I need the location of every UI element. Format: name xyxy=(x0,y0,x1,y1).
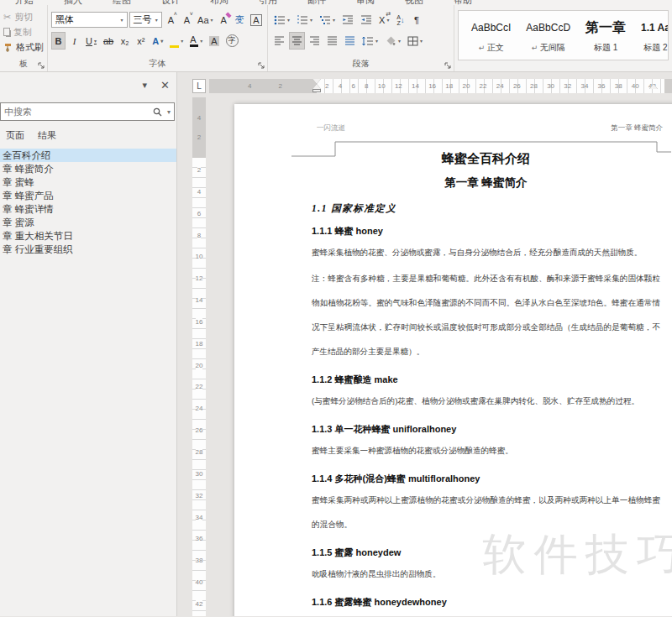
doc-block: 1.1 国家标准定义 xyxy=(312,202,660,215)
doc-block: 1.1.3 单一花种蜂蜜 unifloralhoney xyxy=(312,421,660,437)
ruler-number: 32 xyxy=(564,82,571,90)
ruler-number: 28 xyxy=(196,448,203,456)
ruler-number: 22 xyxy=(480,82,487,90)
document-title: 蜂蜜全百科介绍 xyxy=(312,151,660,167)
nav-outline-item[interactable]: 章 蜂蜜详情 xyxy=(0,202,176,216)
borders-button[interactable] xyxy=(405,32,425,50)
numbered-list-button[interactable] xyxy=(294,11,315,29)
distribute-text-button[interactable] xyxy=(342,32,358,50)
right-indent-marker[interactable] xyxy=(649,84,658,89)
ruler-number: 8 xyxy=(365,82,368,90)
nav-outline-item[interactable]: 章 重大相关节日 xyxy=(0,229,176,243)
vertical-ruler: 42 2468101214161820222426283032343638404… xyxy=(192,97,206,616)
ruler-number: 40 xyxy=(632,82,639,90)
doc-block: 蜜蜂采集植物的花蜜、分泌物或蜜露，与自身分泌物结合后，经充分酿造而成的天然甜物质… xyxy=(312,240,660,264)
shrink-font-button[interactable]: A˅ xyxy=(180,11,194,29)
copy-button[interactable]: 复制 xyxy=(3,24,44,39)
superscript-button[interactable]: x² xyxy=(134,32,148,50)
align-center-button[interactable] xyxy=(289,32,305,50)
left-indent-marker[interactable] xyxy=(312,89,321,92)
nav-outline-item[interactable]: 章 蜂蜜产品 xyxy=(0,189,176,202)
increase-indent-button[interactable] xyxy=(358,11,375,29)
clipboard-dialog-launcher[interactable] xyxy=(38,62,45,69)
paint-bucket-icon xyxy=(385,36,396,46)
nav-outline-item[interactable]: 章 行业重要组织 xyxy=(0,243,176,256)
ruler-number: 8 xyxy=(197,232,201,239)
shading-button[interactable] xyxy=(382,32,403,50)
paragraph-group: X⇄ AZ↓ ¶ 段落 xyxy=(268,5,454,71)
pane-options-chevron-icon[interactable]: ▾ xyxy=(143,80,148,91)
decrease-indent-button[interactable] xyxy=(339,11,356,29)
ruler-number: 32 xyxy=(196,492,203,499)
paragraph-dialog-launcher[interactable] xyxy=(444,62,451,69)
font-group-label: 字体 xyxy=(48,58,267,70)
nav-outline-item[interactable]: 章 蜂蜜简介 xyxy=(0,162,176,175)
search-icon[interactable] xyxy=(153,107,162,117)
ruler-number: 24 xyxy=(196,405,203,412)
ruler-number: 28 xyxy=(530,82,538,90)
search-input[interactable]: 中搜索 ▾ xyxy=(0,102,175,121)
show-formatting-marks-button[interactable]: ¶ xyxy=(409,11,423,29)
increase-indent-icon xyxy=(360,15,372,25)
subscript-button[interactable]: x₂ xyxy=(118,32,132,50)
font-size-combobox[interactable]: 三号▾ xyxy=(129,12,162,28)
character-shading-button[interactable]: A xyxy=(207,32,221,50)
cut-button[interactable]: ✂ 剪切 xyxy=(3,9,44,24)
highlight-color-button[interactable] xyxy=(167,32,186,50)
document-region: L 42 24681012141618202224262830323436384… xyxy=(177,72,672,616)
sort-button[interactable]: AZ↓ xyxy=(393,11,407,29)
ruler-number: 2 xyxy=(278,82,281,90)
justify-icon xyxy=(327,36,338,45)
ruler-number: 20 xyxy=(462,82,470,90)
page-header-left: 一闪流逝 xyxy=(317,123,345,133)
align-right-button[interactable] xyxy=(307,32,323,50)
multilevel-list-button[interactable] xyxy=(317,11,338,29)
line-spacing-button[interactable] xyxy=(360,32,381,50)
clear-formatting-button[interactable]: A xyxy=(217,11,231,29)
styles-group: AaBbCcI 正文 AaBbCcD 无间隔 第一章 标题 1 1.1 Aa 标… xyxy=(454,5,672,71)
italic-button[interactable]: I xyxy=(67,32,81,50)
tab-stop-selector[interactable]: L xyxy=(192,79,206,93)
strikethrough-button[interactable]: ab xyxy=(101,32,116,50)
font-family-combobox[interactable]: 黑体▾ xyxy=(51,12,128,28)
enclose-characters-button[interactable]: 字 xyxy=(223,32,241,50)
grow-font-button[interactable]: A˄ xyxy=(164,11,178,29)
bold-button[interactable]: B xyxy=(51,32,66,50)
bullet-list-button[interactable] xyxy=(271,11,292,29)
ruler-number: 34 xyxy=(196,514,203,521)
chapter-heading: 第一章 蜂蜜简介 xyxy=(312,175,660,191)
style-card[interactable]: AaBbCcI 正文 xyxy=(465,14,517,56)
style-card[interactable]: 1.1 Aa 标题 2 xyxy=(635,14,669,56)
close-icon[interactable]: ✕ xyxy=(160,79,170,92)
ruler-number: 2 xyxy=(197,133,201,141)
font-dialog-launcher[interactable] xyxy=(258,62,265,69)
font-color-button[interactable]: A xyxy=(187,32,205,50)
change-case-button[interactable]: Aa xyxy=(196,11,215,29)
document-page[interactable]: 一闪流逝 第一章 蜂蜜简介 蜂蜜全百科介绍 第一章 蜂蜜简介 1.1 国家标准定… xyxy=(234,104,672,616)
ruler-number: 6 xyxy=(197,210,201,217)
align-left-button[interactable] xyxy=(271,32,287,50)
format-painter-icon xyxy=(3,43,13,52)
chevron-down-icon: ▾ xyxy=(152,17,158,23)
format-painter-button[interactable]: 格式刷 xyxy=(3,39,44,55)
ruler-number: 4 xyxy=(248,82,251,90)
nav-outline-item[interactable]: 章 蜜蜂 xyxy=(0,175,176,189)
doc-block: 蜜蜂采集蜜露，与自身分泌物结合后，经充分 xyxy=(312,611,660,616)
style-card[interactable]: AaBbCcD 无间隔 xyxy=(520,14,576,56)
navigation-tab[interactable]: 结果 xyxy=(38,129,56,142)
styles-gallery: AaBbCcI 正文 AaBbCcD 无间隔 第一章 标题 1 1.1 Aa 标… xyxy=(458,10,669,60)
nav-outline-item[interactable]: 全百科介绍 xyxy=(0,149,176,162)
nav-outline-item[interactable]: 章 蜜源 xyxy=(0,216,176,229)
character-border-button[interactable]: A xyxy=(249,11,264,29)
ruler-number: 4 xyxy=(339,82,342,90)
style-card[interactable]: 第一章 标题 1 xyxy=(580,14,632,56)
doc-block: 1.1.1 蜂蜜 honey xyxy=(312,223,660,238)
ruler-number: 38 xyxy=(196,557,203,564)
text-effects-button[interactable]: A xyxy=(150,32,165,50)
navigation-tab[interactable]: 页面 xyxy=(6,129,24,142)
search-options-chevron-icon[interactable]: ▾ xyxy=(167,108,171,116)
underline-button[interactable]: U xyxy=(83,32,99,50)
justify-button[interactable] xyxy=(324,32,340,50)
asian-layout-button[interactable]: X⇄ xyxy=(376,11,391,29)
phonetic-guide-button[interactable]: 变 xyxy=(233,11,247,29)
